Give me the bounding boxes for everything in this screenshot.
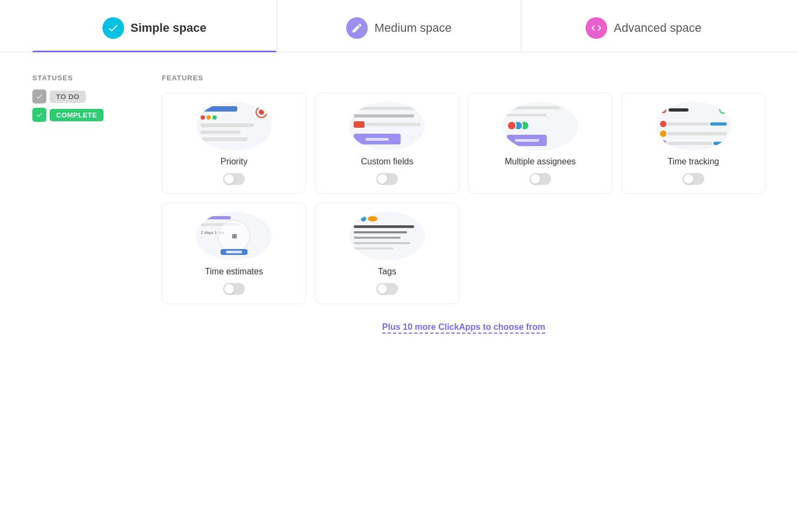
space-selector: Simple space Medium space Advanced space <box>0 0 798 52</box>
advanced-space-icon <box>586 17 607 39</box>
multiple-assignees-toggle[interactable] <box>529 173 551 185</box>
simple-space-label: Simple space <box>130 21 207 35</box>
custom-fields-toggle[interactable] <box>376 173 398 185</box>
feature-card-priority: Priority <box>162 93 306 194</box>
feature-card-time-estimates: ⊞ 2 days 1 hrs Time estimates <box>162 203 306 304</box>
time-tracking-preview <box>656 102 731 150</box>
status-complete: COMPLETE <box>32 108 129 122</box>
space-option-simple[interactable]: Simple space <box>32 0 277 52</box>
more-apps-link[interactable]: Plus 10 more ClickApps to choose from <box>382 322 545 334</box>
status-todo: TO DO <box>32 89 129 103</box>
todo-checkbox <box>32 89 46 103</box>
priority-toggle[interactable] <box>223 173 245 185</box>
features-title: FEATURES <box>162 74 766 82</box>
time-estimates-toggle[interactable] <box>223 283 245 295</box>
tags-toggle[interactable] <box>376 283 398 295</box>
custom-fields-preview <box>349 102 425 150</box>
time-estimates-preview: ⊞ 2 days 1 hrs <box>196 212 272 260</box>
priority-preview <box>196 102 272 150</box>
complete-checkbox <box>32 108 46 122</box>
complete-label: COMPLETE <box>50 109 104 121</box>
placeholder-3 <box>468 203 613 304</box>
feature-card-tags: Tags <box>315 203 459 304</box>
priority-label: Priority <box>221 157 247 167</box>
space-option-advanced[interactable]: Advanced space <box>521 0 766 52</box>
advanced-space-label: Advanced space <box>614 21 701 35</box>
more-apps: Plus 10 more ClickApps to choose from <box>162 317 766 337</box>
tags-preview <box>349 212 425 260</box>
statuses-panel: STATUSES TO DO COMPLETE <box>32 74 129 337</box>
multiple-assignees-preview <box>503 102 578 150</box>
statuses-title: STATUSES <box>32 74 129 82</box>
tags-label: Tags <box>378 267 396 277</box>
medium-space-icon <box>346 17 368 39</box>
placeholder-4 <box>621 203 766 304</box>
time-estimates-label: Time estimates <box>205 267 263 277</box>
feature-card-custom-fields: Custom fields <box>315 93 459 194</box>
simple-space-icon <box>102 17 124 39</box>
time-tracking-label: Time tracking <box>668 157 719 167</box>
medium-space-label: Medium space <box>374 21 451 35</box>
feature-card-time-tracking: Time tracking <box>621 93 766 194</box>
space-option-medium[interactable]: Medium space <box>277 0 522 52</box>
feature-card-multiple-assignees: Multiple assignees <box>468 93 613 194</box>
todo-label: TO DO <box>50 91 86 103</box>
features-panel: FEATURES <box>162 74 766 337</box>
features-row-1: Priority <box>162 93 766 194</box>
multiple-assignees-label: Multiple assignees <box>505 157 576 167</box>
time-tracking-toggle[interactable] <box>683 173 704 185</box>
custom-fields-label: Custom fields <box>361 157 414 167</box>
features-row-2: ⊞ 2 days 1 hrs Time estimates <box>162 203 766 304</box>
